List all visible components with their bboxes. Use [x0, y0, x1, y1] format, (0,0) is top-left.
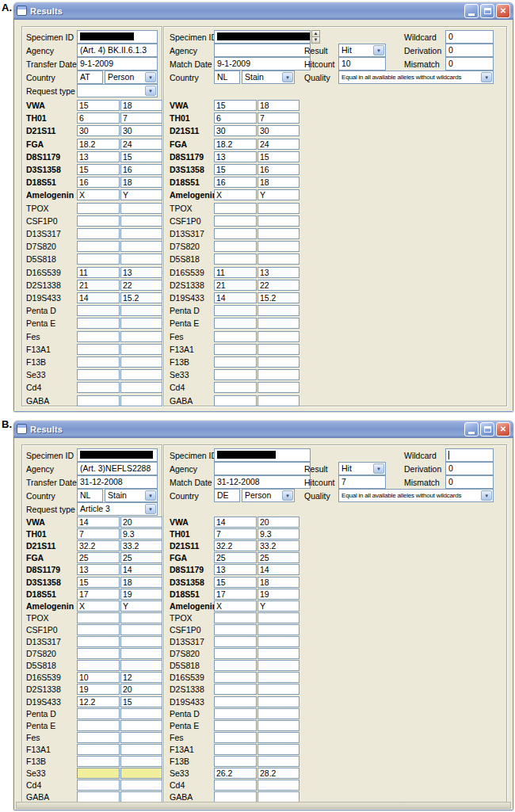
allele-input[interactable]: X [77, 600, 120, 612]
allele-input[interactable]: 18 [258, 577, 299, 588]
allele-input[interactable] [120, 344, 162, 355]
allele-input[interactable] [77, 318, 120, 329]
allele-input[interactable] [214, 215, 257, 227]
allele-input[interactable] [258, 672, 299, 683]
allele-input[interactable] [214, 318, 257, 329]
allele-input[interactable]: 13 [77, 564, 120, 575]
allele-input[interactable] [120, 791, 162, 802]
spinner-down-icon[interactable]: ▼ [311, 36, 320, 44]
allele-input[interactable] [120, 254, 162, 265]
allele-input[interactable] [77, 756, 120, 767]
allele-input[interactable]: 30 [214, 125, 257, 136]
allele-input[interactable] [120, 624, 162, 635]
allele-input[interactable]: 22 [258, 280, 299, 291]
allele-input[interactable] [258, 344, 299, 355]
allele-input[interactable] [214, 732, 257, 743]
allele-input[interactable] [214, 780, 257, 791]
allele-input[interactable]: 7 [120, 112, 162, 124]
allele-input[interactable]: 15 [77, 577, 120, 588]
specimen-id-input[interactable] [214, 448, 311, 462]
allele-input[interactable] [120, 636, 162, 647]
allele-input[interactable] [258, 228, 299, 239]
allele-input[interactable]: 18 [258, 100, 299, 111]
allele-input[interactable] [77, 708, 120, 719]
allele-input[interactable] [77, 356, 120, 368]
country-code-input[interactable]: DE [214, 489, 240, 502]
allele-input[interactable]: Y [120, 189, 162, 200]
agency-input[interactable] [214, 44, 311, 57]
allele-input[interactable] [77, 331, 120, 342]
allele-input[interactable] [120, 356, 162, 368]
allele-input[interactable]: 25 [77, 552, 120, 563]
allele-input[interactable] [120, 215, 162, 227]
allele-input[interactable]: 21 [77, 280, 120, 291]
allele-input[interactable]: 14 [214, 517, 257, 528]
allele-input[interactable]: 15.2 [258, 292, 299, 303]
result-select[interactable]: Hit ▼ [338, 462, 386, 475]
allele-input[interactable]: 12.2 [77, 696, 120, 707]
allele-input[interactable]: 32.2 [214, 540, 257, 551]
request-type-select[interactable]: Article 3 ▼ [77, 502, 158, 516]
allele-input[interactable] [258, 203, 299, 214]
allele-input[interactable]: 19 [120, 589, 162, 600]
allele-input[interactable]: 14 [258, 564, 299, 575]
allele-input[interactable] [258, 318, 299, 329]
allele-input[interactable] [258, 660, 299, 671]
allele-input[interactable] [258, 305, 299, 316]
request-type-select[interactable]: ▼ [77, 84, 158, 97]
allele-input[interactable] [258, 624, 299, 635]
derivation-input[interactable]: 0 [445, 462, 494, 475]
maximize-button[interactable] [480, 4, 494, 18]
allele-input[interactable] [120, 768, 162, 779]
close-button[interactable]: ✕ [496, 422, 510, 436]
chevron-down-icon[interactable]: ▼ [481, 72, 492, 82]
allele-input[interactable]: 16 [258, 164, 299, 175]
allele-input[interactable]: 9.3 [120, 528, 162, 539]
allele-input[interactable]: 11 [77, 267, 120, 278]
allele-input[interactable]: 18 [120, 100, 162, 111]
allele-input[interactable] [120, 780, 162, 791]
allele-input[interactable] [214, 241, 257, 252]
allele-input[interactable] [214, 624, 257, 635]
allele-input[interactable] [258, 395, 299, 406]
allele-input[interactable] [214, 660, 257, 671]
allele-input[interactable]: 18 [120, 577, 162, 588]
allele-input[interactable]: 18.2 [214, 139, 257, 150]
allele-input[interactable]: 30 [258, 125, 299, 136]
allele-input[interactable]: 14 [214, 292, 257, 303]
allele-input[interactable]: 16 [120, 164, 162, 175]
allele-input[interactable] [258, 636, 299, 647]
maximize-button[interactable] [480, 422, 494, 436]
allele-input[interactable]: 20 [258, 517, 299, 528]
allele-input[interactable]: 14 [120, 564, 162, 575]
allele-input[interactable] [214, 344, 257, 355]
allele-input[interactable]: 16 [214, 177, 257, 188]
allele-input[interactable] [258, 720, 299, 731]
match-date-input[interactable]: 31-12-2008 [214, 475, 311, 489]
hitcount-input[interactable]: 7 [338, 475, 386, 489]
mismatch-input[interactable]: 0 [445, 475, 494, 489]
specimen-id-input[interactable] [77, 448, 158, 462]
allele-input[interactable]: 7 [258, 112, 299, 124]
allele-input[interactable] [258, 791, 299, 802]
allele-input[interactable] [258, 756, 299, 767]
allele-input[interactable]: Y [258, 600, 299, 612]
allele-input[interactable] [214, 696, 257, 707]
chevron-down-icon[interactable]: ▼ [145, 86, 156, 96]
chevron-down-icon[interactable]: ▼ [282, 490, 293, 501]
allele-input[interactable] [258, 612, 299, 623]
allele-input[interactable] [120, 241, 162, 252]
allele-input[interactable]: 20 [120, 517, 162, 528]
allele-input[interactable] [120, 744, 162, 755]
chevron-down-icon[interactable]: ▼ [145, 72, 156, 82]
quality-select[interactable]: Equal in all available alleles without w… [338, 71, 494, 84]
allele-input[interactable]: 6 [214, 112, 257, 124]
allele-input[interactable]: X [214, 189, 257, 200]
chevron-down-icon[interactable]: ▼ [373, 45, 384, 55]
allele-input[interactable] [120, 732, 162, 743]
allele-input[interactable] [120, 318, 162, 329]
allele-input[interactable] [77, 305, 120, 316]
allele-input[interactable] [214, 708, 257, 719]
chevron-down-icon[interactable]: ▼ [373, 463, 384, 474]
hitcount-input[interactable]: 10 [338, 57, 386, 71]
